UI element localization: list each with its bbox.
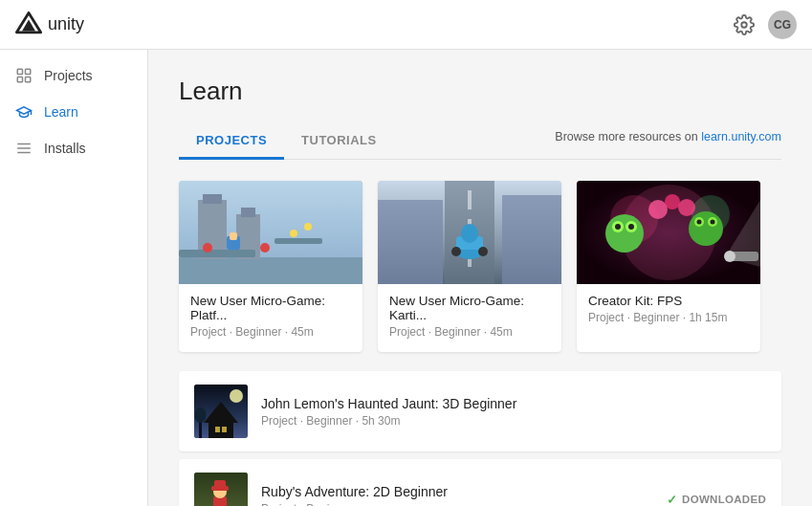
learn-label: Learn (44, 104, 78, 120)
list-title-0: John Lemon's Haunted Jaunt: 3D Beginner (261, 396, 766, 411)
tab-projects[interactable]: PROJECTS (179, 123, 284, 160)
svg-rect-60 (215, 427, 220, 432)
card-thumb-1 (378, 181, 561, 284)
card-thumb-0 (179, 181, 362, 284)
svg-rect-5 (17, 77, 22, 82)
svg-point-48 (697, 220, 702, 225)
content-area: Learn PROJECTS TUTORIALS Browse more res… (148, 50, 812, 506)
svg-rect-15 (241, 208, 255, 217)
tabs-bar: PROJECTS TUTORIALS Browse more resources… (179, 123, 781, 160)
card-meta-2: Project · Beginner · 1h 15m (588, 311, 749, 324)
svg-rect-30 (502, 195, 561, 284)
list-thumb-john (194, 385, 248, 438)
card-meta-0: Project · Beginner · 45m (190, 325, 351, 339)
svg-rect-13 (203, 194, 222, 204)
gear-icon[interactable] (734, 14, 755, 35)
svg-rect-17 (274, 238, 322, 244)
learn-icon (15, 103, 33, 121)
svg-rect-3 (17, 69, 22, 74)
svg-point-43 (615, 224, 621, 230)
list-meta-0: Project · Beginner · 5h 30m (261, 414, 766, 428)
list-item-1[interactable]: Ruby's Adventure: 2D Beginner Project · … (179, 459, 781, 506)
page-title: Learn (179, 77, 781, 106)
topbar-right: CG (734, 11, 797, 39)
card-2[interactable]: Creator Kit: FPS Project · Beginner · 1h… (577, 181, 760, 352)
installs-icon (15, 140, 33, 157)
projects-icon (15, 67, 33, 84)
svg-rect-29 (378, 200, 443, 284)
topbar: unity CG (0, 0, 812, 50)
svg-rect-4 (26, 69, 31, 74)
svg-point-44 (628, 224, 634, 230)
sidebar-item-installs[interactable]: Installs (0, 130, 147, 166)
installs-label: Installs (44, 141, 86, 156)
list-info-0: John Lemon's Haunted Jaunt: 3D Beginner … (261, 396, 766, 428)
svg-rect-59 (208, 423, 233, 438)
svg-point-22 (203, 243, 212, 253)
list-title-1: Ruby's Adventure: 2D Beginner (261, 484, 667, 499)
svg-point-40 (605, 214, 644, 253)
svg-point-21 (304, 223, 312, 231)
card-body-0: New User Micro-Game: Platf... Project · … (179, 284, 362, 352)
svg-point-33 (451, 247, 461, 256)
browse-resources-text: Browse more resources on learn.unity.com (555, 130, 781, 153)
svg-rect-11 (179, 257, 362, 284)
list-thumb-ruby (194, 473, 248, 506)
topbar-left: unity (15, 11, 84, 38)
card-thumb-2 (577, 181, 760, 284)
svg-point-55 (678, 199, 695, 216)
card-title-0: New User Micro-Game: Platf... (190, 294, 351, 322)
card-title-1: New User Micro-Game: Karti... (389, 294, 550, 322)
list-meta-1: Project · Beginner (261, 502, 667, 507)
cards-grid: New User Micro-Game: Platf... Project · … (179, 181, 781, 352)
svg-point-52 (724, 251, 735, 262)
card-body-2: Creator Kit: FPS Project · Beginner · 1h… (577, 284, 760, 338)
svg-point-2 (741, 22, 747, 28)
svg-point-45 (689, 211, 723, 246)
card-1[interactable]: New User Micro-Game: Karti... Project · … (378, 181, 561, 352)
check-icon: ✓ (667, 493, 677, 507)
tabs-left: PROJECTS TUTORIALS (179, 123, 394, 159)
svg-point-20 (290, 230, 297, 237)
svg-point-23 (260, 243, 270, 253)
svg-point-35 (461, 224, 478, 243)
main-layout: Projects Learn Installs (0, 50, 812, 506)
downloaded-badge: ✓ DOWNLOADED (667, 493, 766, 507)
browse-resources-link[interactable]: learn.unity.com (701, 130, 781, 143)
card-body-1: New User Micro-Game: Karti... Project · … (378, 284, 561, 352)
svg-rect-69 (214, 480, 226, 488)
card-meta-1: Project · Beginner · 45m (389, 325, 550, 339)
svg-rect-61 (222, 427, 227, 432)
sidebar-item-projects[interactable]: Projects (0, 57, 147, 94)
svg-point-34 (478, 247, 488, 256)
unity-logo-icon (15, 11, 42, 38)
tab-tutorials[interactable]: TUTORIALS (284, 123, 394, 160)
svg-rect-6 (26, 77, 31, 82)
sidebar-item-learn[interactable]: Learn (0, 94, 147, 130)
svg-point-54 (665, 194, 680, 209)
card-title-2: Creator Kit: FPS (588, 294, 749, 308)
svg-point-49 (711, 220, 715, 225)
svg-point-63 (195, 407, 207, 423)
svg-rect-16 (179, 250, 255, 257)
sidebar: Projects Learn Installs (0, 50, 148, 506)
svg-rect-26 (468, 190, 472, 209)
app-title: unity (48, 14, 84, 34)
list-info-1: Ruby's Adventure: 2D Beginner Project · … (261, 484, 667, 507)
list-item-0[interactable]: John Lemon's Haunted Jaunt: 3D Beginner … (179, 371, 781, 451)
svg-rect-19 (230, 232, 237, 240)
card-0[interactable]: New User Micro-Game: Platf... Project · … (179, 181, 362, 352)
svg-point-57 (230, 389, 243, 403)
projects-label: Projects (44, 68, 93, 83)
user-avatar[interactable]: CG (768, 11, 797, 39)
svg-point-53 (648, 200, 668, 219)
unity-logo[interactable]: unity (15, 11, 84, 38)
